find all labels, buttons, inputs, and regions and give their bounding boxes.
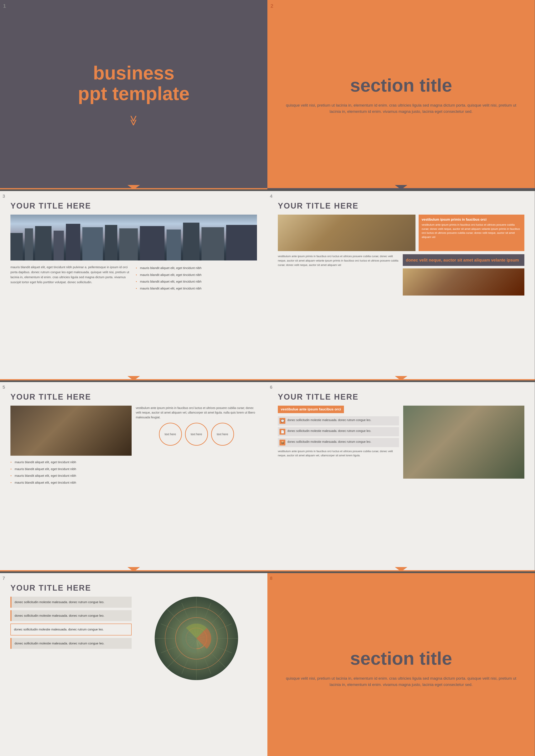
top-right-text-4: vestibulum ante ipsum primis in faucibus…	[422, 223, 521, 239]
slide-6-number: 6	[270, 384, 272, 390]
bottom-text-6: vestibulum ante ipsum primis in faucibus…	[278, 449, 399, 457]
section-desc-8: quisque velit nisi, pretium ut lacinia i…	[284, 675, 518, 688]
section-title-8: section title	[350, 648, 452, 669]
orange-label-6: vestibulue ante ipsum faucibus orci	[278, 406, 344, 413]
top-label-4: vestibulum ipsum primis in faucibus orci	[422, 218, 521, 221]
title-line2: ppt template	[78, 83, 189, 104]
slide-5-number: 5	[3, 384, 5, 390]
slide-1-number: 1	[3, 3, 6, 9]
slide-4-title: YOUR TITLE HERE	[278, 202, 524, 210]
bottom-notch	[127, 185, 140, 189]
bottom-notch-5	[127, 567, 140, 572]
accent-box-7-2: donec sollicitudin molestie malesuada. d…	[11, 610, 132, 621]
slide-1-title: business ppt template	[78, 63, 189, 104]
person-image-6	[403, 406, 524, 479]
laptop-image-4	[278, 214, 415, 251]
body-text-4: vestibulum ante ipsum primis in faucibus…	[278, 254, 400, 267]
bottom-notch-4	[395, 376, 408, 380]
slide-1: 1 business ppt template ≫	[0, 0, 268, 189]
slide-2: 2 section title quisque velit nisi, pret…	[268, 0, 535, 189]
slide-3: 3 YOUR TITLE HERE mauris	[0, 191, 268, 380]
balloon-image-7	[136, 597, 257, 680]
svg-rect-11	[202, 227, 224, 261]
bike-image-4	[403, 268, 524, 295]
section-desc-2: quisque velit nisi, pretium ut lacinia i…	[284, 102, 518, 115]
laptop-hand-image-5	[11, 406, 132, 456]
list-icon-2: 📄	[279, 429, 285, 434]
accent-box-7-1: donec sollicitudin molestie malesuada. d…	[11, 597, 132, 608]
slide-8: 8 section title quisque velit nisi, pret…	[268, 573, 535, 756]
bottom-notch-3	[127, 376, 140, 380]
slide-7-title: YOUR TITLE HERE	[11, 583, 257, 593]
bottom-notch-6	[395, 567, 408, 572]
svg-rect-2	[35, 226, 51, 261]
slide-3-title: YOUR TITLE HERE	[11, 202, 257, 210]
list-item-6-1: 💬 donec sollicitudin molestie malesuada.…	[278, 416, 399, 426]
bold-heading-4: donec velit neque, auctor sit amet aliqu…	[406, 257, 521, 263]
slide-3-body: mauris blandit aliquet elit, eget tincid…	[11, 265, 132, 292]
list-item-6-2: 📄 donec sollicitudin molestie malesuada.…	[278, 427, 399, 436]
slide-7-number: 7	[3, 575, 5, 581]
svg-rect-8	[140, 226, 165, 261]
slide-4: 4 YOUR TITLE HERE vestibulum ipsum primi…	[268, 191, 535, 380]
svg-rect-0	[11, 233, 23, 261]
slide-2-number: 2	[270, 3, 273, 9]
title-line1: business	[78, 63, 189, 83]
svg-rect-3	[54, 231, 64, 261]
slide-6: 6 YOUR TITLE HERE vestibulue ante ipsum …	[268, 382, 535, 572]
accent-box-7-4: donec sollicitudin molestie malesuada. d…	[11, 638, 132, 649]
svg-rect-9	[167, 230, 181, 261]
slide-3-number: 3	[3, 194, 5, 199]
slide-3-bullets: mauris blandit aliquet elit, eget tincid…	[136, 265, 257, 292]
bottom-notch-2	[395, 185, 408, 189]
slide-8-number: 8	[270, 575, 272, 581]
slide-5-bullets: mauris blandit aliquet elit, eget tincid…	[11, 459, 257, 486]
svg-rect-7	[119, 228, 138, 261]
arrow-icon: ≫	[127, 115, 140, 126]
slide-7: 7 YOUR TITLE HERE donec sollicitudin mol…	[0, 573, 268, 756]
circle-1-5: text here	[159, 423, 182, 446]
slide-6-title: YOUR TITLE HERE	[278, 393, 524, 402]
svg-rect-5	[82, 227, 103, 261]
circle-2-5: text here	[185, 423, 208, 446]
list-icon-1: 💬	[279, 418, 285, 424]
slide-4-number: 4	[270, 194, 272, 199]
svg-rect-1	[25, 228, 33, 261]
svg-rect-6	[105, 225, 117, 261]
city-image	[11, 214, 257, 261]
list-icon-3: 📦	[279, 440, 285, 445]
slide-5-title: YOUR TITLE HERE	[11, 393, 257, 402]
svg-rect-10	[183, 223, 199, 261]
svg-rect-12	[226, 225, 257, 261]
right-text-5: vestibulum ante ipsum primis in faucibus…	[136, 406, 257, 420]
slide-5: 5 YOUR TITLE HERE vestibulum ante ipsum …	[0, 382, 268, 572]
section-title-2: section title	[350, 75, 452, 96]
circle-3-5: text here	[211, 423, 234, 446]
accent-box-7-3: donec sollicitudin molestie malesuada. d…	[11, 624, 132, 635]
list-item-6-3: 📦 donec sollicitudin molestie malesuada.…	[278, 438, 399, 447]
svg-rect-4	[66, 224, 80, 261]
